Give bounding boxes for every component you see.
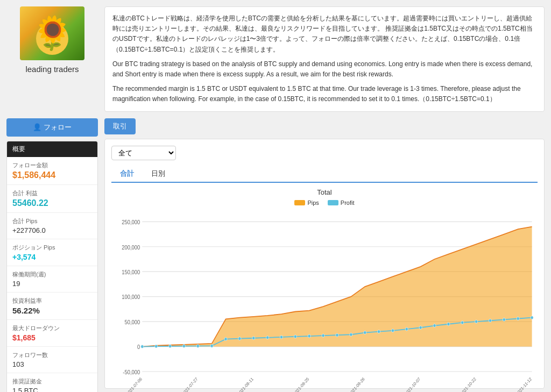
stat-label: 投資利益率: [12, 297, 92, 305]
svg-text:100,000: 100,000: [122, 294, 140, 300]
description-japanese: 私達のBTCトレード戦略は、経済学を使用したBTCの需要と供給を分析した結果を基…: [112, 13, 536, 55]
svg-text:2021-11-12: 2021-11-12: [515, 376, 533, 392]
legend-item: Profit: [328, 199, 355, 206]
svg-point-26: [308, 334, 310, 338]
stat-item: 推奨証拠金1.5 BTC: [7, 373, 97, 393]
stats-items: フォロー金額$1,586,444合計 利益55460.22合計 Pips+227…: [7, 157, 97, 393]
svg-point-15: [155, 345, 158, 348]
follow-icon: 👤: [33, 123, 41, 131]
svg-text:200,000: 200,000: [122, 244, 140, 250]
svg-point-40: [503, 318, 505, 321]
svg-point-39: [489, 319, 491, 322]
svg-point-34: [419, 326, 422, 329]
stats-panel: 概要 フォロー金額$1,586,444合計 利益55460.22合計 Pips+…: [6, 141, 98, 393]
follow-button-label: フォロー: [44, 123, 72, 132]
stat-value: 103: [12, 360, 92, 368]
svg-text:50,000: 50,000: [124, 319, 140, 325]
svg-text:0: 0: [137, 344, 140, 350]
stat-item: 合計 Pips+227706.0: [7, 213, 97, 239]
svg-point-28: [336, 333, 338, 337]
description-english-1: Our BTC trading strategy is based on the…: [112, 59, 536, 80]
svg-point-30: [364, 331, 366, 334]
stat-label: フォロワー数: [12, 351, 92, 359]
chart-svg: -50,000050,000100,000150,000200,000250,0…: [111, 210, 538, 393]
stat-value: +3,574: [12, 253, 92, 261]
svg-point-16: [168, 344, 171, 347]
trade-button[interactable]: 取引: [104, 118, 136, 134]
stat-value: 19: [12, 280, 92, 288]
page-wrapper: leading traders 私達のBTCトレード戦略は、経済学を使用したBT…: [0, 0, 551, 392]
stat-value: $1,586,444: [12, 170, 92, 180]
stat-value: 56.22%: [12, 306, 92, 315]
stat-value: 1.5 BTC: [12, 387, 92, 393]
tabs-row: 合計日別: [111, 166, 538, 183]
svg-point-38: [475, 320, 478, 323]
stats-header: 概要: [7, 141, 97, 157]
svg-point-24: [280, 335, 282, 338]
svg-text:2021-07-06: 2021-07-06: [125, 376, 143, 392]
svg-point-33: [405, 327, 408, 331]
avatar: [20, 6, 84, 60]
top-section: leading traders 私達のBTCトレード戦略は、経済学を使用したBT…: [6, 6, 545, 112]
left-sidebar: 👤 フォロー 概要 フォロー金額$1,586,444合計 利益55460.22合…: [6, 118, 98, 393]
svg-text:2021-07-27: 2021-07-27: [181, 376, 199, 392]
svg-point-19: [210, 344, 213, 347]
svg-point-37: [461, 320, 464, 324]
stat-item: 投資利益率56.22%: [7, 293, 97, 320]
stat-item: 稼働期間(週)19: [7, 266, 97, 293]
svg-point-17: [182, 344, 185, 347]
legend-color: [294, 200, 305, 205]
chart-title: Total: [111, 188, 538, 196]
profile-name: leading traders: [25, 65, 79, 74]
svg-text:2021-09-26: 2021-09-26: [348, 376, 366, 392]
follow-button[interactable]: 👤 フォロー: [6, 118, 98, 137]
svg-point-23: [266, 336, 269, 339]
stat-label: フォロー金額: [12, 161, 92, 169]
tab-日別[interactable]: 日別: [143, 166, 174, 182]
svg-point-29: [350, 333, 352, 336]
stat-item: 最大ドローダウン$1,685: [7, 320, 97, 347]
stat-label: ポジション Pips: [12, 244, 92, 252]
legend-item: Pips: [294, 199, 319, 206]
svg-text:250,000: 250,000: [122, 219, 140, 225]
svg-point-20: [224, 337, 227, 340]
svg-point-32: [391, 329, 394, 332]
svg-point-42: [531, 316, 533, 319]
stat-label: 稼働期間(週): [12, 270, 92, 279]
stat-label: 合計 Pips: [12, 217, 92, 225]
profile-card: leading traders: [6, 6, 98, 112]
stat-item: フォロー金額$1,586,444: [7, 157, 97, 185]
stat-value: $1,685: [12, 333, 92, 342]
chart-container: Total PipsProfit -50,000050,000100,00015…: [111, 188, 538, 382]
svg-point-22: [252, 336, 255, 339]
svg-point-14: [141, 345, 144, 348]
svg-point-41: [517, 317, 519, 320]
chart-area: 全てBTC/USDTETH/USDT 合計日別 Total PipsProfit…: [104, 139, 545, 389]
stat-value: 55460.22: [12, 198, 92, 208]
svg-text:-50,000: -50,000: [123, 369, 140, 375]
action-bar: 取引: [104, 118, 545, 134]
svg-text:150,000: 150,000: [122, 269, 140, 275]
svg-text:2021-10-22: 2021-10-22: [460, 376, 477, 392]
svg-point-35: [433, 324, 436, 327]
stat-item: 合計 利益55460.22: [7, 185, 97, 213]
svg-text:2021-10-07: 2021-10-07: [404, 376, 421, 392]
svg-point-27: [322, 334, 324, 337]
svg-point-25: [294, 334, 296, 338]
description-english-2: The recommended margin is 1.5 BTC or USD…: [112, 84, 536, 104]
legend-label: Pips: [307, 199, 319, 206]
svg-point-21: [238, 337, 241, 340]
stat-item: フォロワー数103: [7, 347, 97, 373]
filter-row: 全てBTC/USDTETH/USDT: [111, 146, 538, 160]
stat-label: 推奨証拠金: [12, 377, 92, 386]
stat-item: ポジション Pips+3,574: [7, 239, 97, 266]
right-content: 取引 全てBTC/USDTETH/USDT 合計日別 Total PipsPro…: [104, 118, 545, 393]
stat-label: 合計 利益: [12, 189, 92, 197]
main-content: 👤 フォロー 概要 フォロー金額$1,586,444合計 利益55460.22合…: [6, 118, 545, 393]
tab-合計[interactable]: 合計: [111, 166, 143, 183]
svg-text:2021-08-11: 2021-08-11: [237, 376, 254, 392]
stat-label: 最大ドローダウン: [12, 324, 92, 332]
description-box: 私達のBTCトレード戦略は、経済学を使用したBTCの需要と供給を分析した結果を基…: [104, 6, 545, 112]
chart-legend: PipsProfit: [111, 199, 538, 206]
filter-select[interactable]: 全てBTC/USDTETH/USDT: [111, 146, 176, 160]
